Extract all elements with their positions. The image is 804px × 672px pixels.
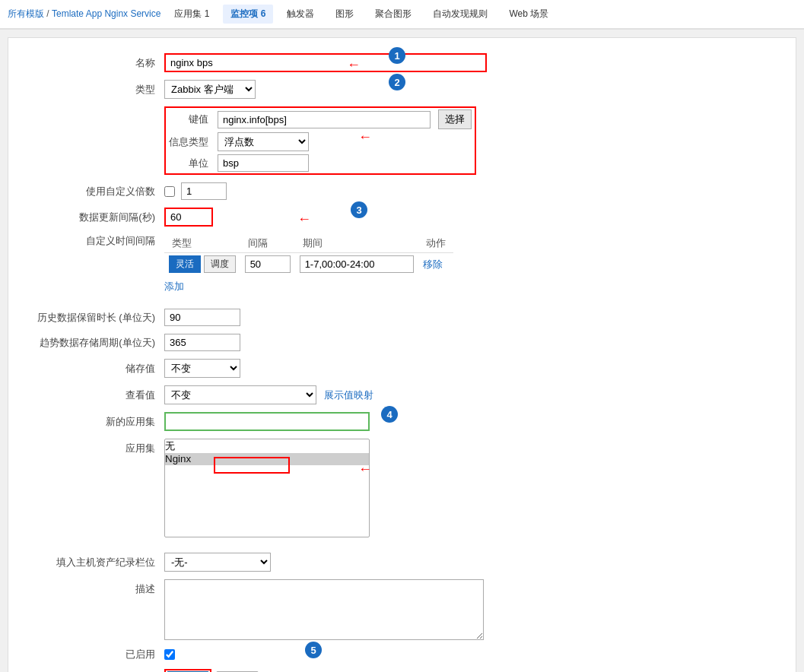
host-inventory-select[interactable]: -无- [164,553,271,572]
badge-3: 3 [351,201,367,218]
custom-multiplier-row: 使用自定义倍数 [31,182,773,200]
arrow-3: ← [297,211,311,227]
interval-row: 灵活 调度 移除 [164,253,453,276]
interval-red-box [164,208,213,227]
key-input[interactable] [218,111,431,128]
update-interval-row: 数据更新间隔(秒) 3 ← [31,208,773,227]
breadcrumb-template-name[interactable]: Temlate App Nginx Service [52,8,160,19]
app-set-row: 应用集 无 Nginx ← [31,439,773,537]
app-list-none[interactable]: 无 [165,439,369,453]
arrow-4: ← [358,461,372,477]
new-app-green-box [164,412,370,431]
breadcrumb: 所有模版 / Temlate App Nginx Service [8,8,160,21]
see-value-label: 查看值 [31,388,164,402]
interval-value-cell [240,253,295,276]
update-interval-input[interactable] [166,209,211,225]
trend-input[interactable] [164,334,240,351]
top-nav: 所有模版 / Temlate App Nginx Service 应用集 1 监… [0,0,804,30]
badge-5: 5 [305,642,322,658]
enabled-label: 已启用 [31,648,164,661]
type-label: 类型 [31,83,164,97]
app-list-container: 无 Nginx [164,439,370,537]
see-value-select[interactable]: 不变 [164,385,316,404]
arrow-2: ← [358,129,372,145]
interval-col-interval: 间隔 [240,234,295,253]
name-input[interactable] [166,55,485,71]
host-inventory-label: 填入主机资产纪录栏位 [31,556,164,569]
arrow-1: ← [347,57,361,73]
history-row: 历史数据保留时长 (单位天) [31,309,773,326]
badge-1: 1 [389,47,405,64]
custom-multiplier-label: 使用自定义倍数 [31,185,164,198]
description-label: 描述 [31,579,164,596]
type-select[interactable]: Zabbix 客户端 [164,80,256,99]
interval-remove-link[interactable]: 移除 [423,258,443,270]
custom-multiplier-value[interactable] [181,182,227,200]
unit-label: 单位 [169,157,215,170]
interval-period-cell [295,253,418,276]
unit-input[interactable] [218,154,309,172]
custom-multiplier-checkbox[interactable] [164,186,175,197]
description-textarea[interactable] [164,579,484,640]
host-inventory-row: 填入主机资产纪录栏位 -无- [31,553,773,572]
name-red-box [164,53,487,72]
info-type-label: 信息类型 [169,135,215,149]
interval-period-input[interactable] [300,255,414,273]
show-mapping-link[interactable]: 展示值映射 [324,388,373,402]
badge-4: 4 [381,406,398,423]
key-select-button[interactable]: 选择 [438,109,472,129]
new-app-label: 新的应用集 [31,415,164,429]
tab-monitor-items[interactable]: 监控项 6 [223,5,273,24]
description-row: 描述 [31,579,773,640]
interval-type-cell: 灵活 调度 [164,253,240,276]
custom-interval-label: 自定义时间间隔 [31,234,164,248]
new-app-input[interactable] [166,414,368,430]
store-value-row: 储存值 不变 [31,359,773,378]
tab-web-scene[interactable]: Web 场景 [501,5,556,24]
add-interval-row: 添加 [164,280,453,293]
name-row: 名称 1 ← [31,53,773,72]
tab-graphs[interactable]: 图形 [328,5,361,24]
tab-auto-discovery[interactable]: 自动发现规则 [425,5,495,24]
unit-row: 单位 [169,154,472,172]
buttons-row: 添加 取消 ← [31,669,773,672]
app-list-select[interactable]: 无 Nginx [164,439,370,537]
tab-apply-set[interactable]: 应用集 1 [167,5,217,24]
interval-table: 类型 间隔 期间 动作 灵活 调度 [164,234,453,275]
interval-col-period: 期间 [295,234,418,253]
new-app-row: 新的应用集 4 [31,412,773,431]
app-set-label: 应用集 [31,439,164,455]
info-type-select[interactable]: 浮点数 [218,132,309,151]
key-group-box: 键值 选择 信息类型 浮点数 单位 [164,106,476,175]
key-group-row: 键值 选择 信息类型 浮点数 单位 ← [31,106,773,175]
interval-schedule-btn[interactable]: 调度 [204,255,236,273]
store-value-select[interactable]: 不变 [164,359,240,378]
interval-col-action: 动作 [418,234,453,253]
enabled-row: 已启用 5 [31,648,773,661]
history-input[interactable] [164,309,240,326]
interval-col-type: 类型 [164,234,240,253]
breadcrumb-all-templates[interactable]: 所有模版 [8,8,44,19]
trend-label: 趋势数据存储周期(单位天) [31,336,164,350]
app-list-nginx[interactable]: Nginx [165,453,369,465]
main-content: 名称 1 ← 类型 Zabbix 客户端 2 键值 选择 [8,37,796,672]
update-interval-label: 数据更新间隔(秒) [31,211,164,224]
type-row: 类型 Zabbix 客户端 2 [31,80,773,99]
key-row: 键值 选择 [169,109,472,129]
trend-row: 趋势数据存储周期(单位天) [31,334,773,351]
add-button-red-box: 添加 [164,669,211,672]
history-label: 历史数据保留时长 (单位天) [31,311,164,325]
custom-interval-row: 自定义时间间隔 类型 间隔 期间 动作 灵活 调度 [31,234,773,293]
key-label: 键值 [169,113,215,126]
store-value-label: 储存值 [31,362,164,376]
interval-action-cell: 移除 [418,253,453,276]
add-interval-link[interactable]: 添加 [164,281,184,292]
tab-aggregate-graphs[interactable]: 聚合图形 [367,5,419,24]
enabled-checkbox[interactable] [164,649,175,660]
tab-triggers[interactable]: 触发器 [279,5,322,24]
name-label: 名称 [31,56,164,70]
info-type-row: 信息类型 浮点数 [169,132,472,151]
interval-flexible-btn[interactable]: 灵活 [169,255,201,273]
interval-table-container: 类型 间隔 期间 动作 灵活 调度 [164,234,453,293]
interval-value-input[interactable] [245,255,291,273]
